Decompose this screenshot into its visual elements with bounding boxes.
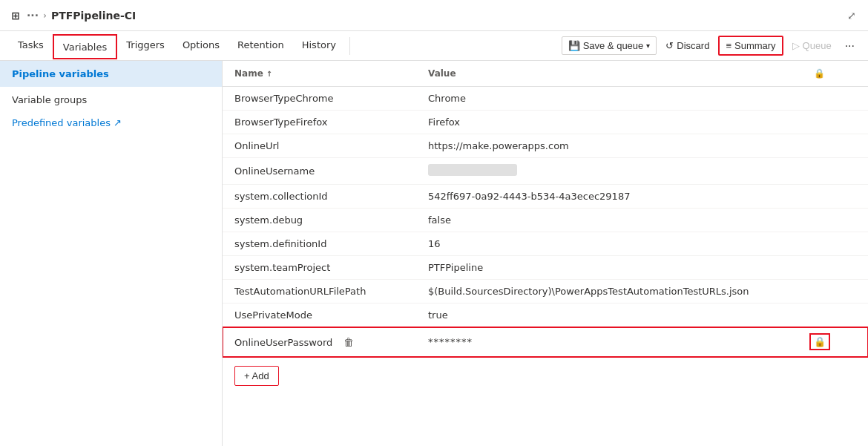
toolbar-right: 💾 Save & queue ▾ ↺ Discard ≡ Summary ▷ Q…	[562, 36, 859, 56]
breadcrumb: ⊞ ··· › PTFPipeline-CI	[9, 9, 136, 22]
table-row: system.definitionId16	[223, 232, 868, 256]
tab-history[interactable]: History	[293, 31, 345, 61]
tab-triggers[interactable]: Triggers	[117, 31, 174, 61]
grid-icon: ⊞	[9, 9, 22, 22]
var-value-cell: 542ff697-0a92-4443-b534-4a3ecec29187	[416, 185, 772, 209]
col-header-value: Value	[416, 61, 772, 87]
var-value-cell[interactable]: ********	[416, 327, 772, 357]
more-options-button[interactable]: ···	[841, 39, 859, 53]
summary-button[interactable]: ≡ Summary	[718, 36, 783, 56]
table-row: OnlineUsername	[223, 158, 868, 185]
var-lock-cell[interactable]: 🔒	[772, 327, 869, 357]
var-value-cell: PTFPipeline	[416, 256, 772, 280]
table-row: system.debugfalse	[223, 209, 868, 232]
discard-button[interactable]: ↺ Discard	[660, 37, 715, 54]
table-row: BrowserTypeFirefoxFirefox	[223, 111, 868, 134]
tab-variables[interactable]: Variables	[53, 34, 117, 59]
expand-icon[interactable]: ⤢	[844, 7, 859, 24]
table-row: UsePrivateModetrue	[223, 304, 868, 327]
variables-table: Name ↑ Value 🔒 BrowserTypeChromeChromeBr…	[223, 61, 868, 357]
tab-tasks[interactable]: Tasks	[9, 31, 53, 61]
table-row: TestAutomationURLFilePath$(Build.Sources…	[223, 280, 868, 304]
var-value-cell: $(Build.SourcesDirectory)\PowerAppsTestA…	[416, 280, 772, 304]
tab-retention[interactable]: Retention	[228, 31, 293, 61]
add-section: + Add	[223, 357, 868, 395]
nav-divider	[349, 37, 350, 55]
var-name-cell: system.teamProject	[223, 256, 416, 280]
pipeline-title: PTFPipeline-CI	[51, 10, 136, 22]
save-icon: 💾	[568, 40, 580, 51]
sidebar-item-pipeline-variables[interactable]: Pipeline variables	[0, 61, 222, 87]
play-icon: ▷	[792, 40, 800, 51]
var-name-cell: system.collectionId	[223, 185, 416, 209]
var-name-cell: OnlineUserPassword 🗑	[223, 327, 416, 357]
save-queue-button[interactable]: 💾 Save & queue ▾	[562, 36, 657, 55]
col-header-lock: 🔒	[772, 61, 869, 87]
var-name-cell: TestAutomationURLFilePath	[223, 280, 416, 304]
delete-icon[interactable]: 🗑	[340, 336, 353, 348]
blurred-value	[428, 164, 517, 176]
var-name-cell: OnlineUrl	[223, 134, 416, 158]
col-header-name: Name ↑	[223, 61, 416, 87]
var-name-cell: BrowserTypeFirefox	[223, 111, 416, 134]
var-value-cell: Chrome	[416, 87, 772, 111]
sort-arrow-icon: ↑	[266, 70, 272, 78]
add-button[interactable]: + Add	[234, 366, 279, 386]
var-name-cell: OnlineUsername	[223, 158, 416, 185]
table-row: OnlineUserPassword 🗑********🔒	[223, 327, 868, 357]
breadcrumb-separator: ›	[43, 10, 47, 21]
var-name-cell: UsePrivateMode	[223, 304, 416, 327]
var-lock-cell[interactable]	[772, 87, 869, 111]
discard-icon: ↺	[665, 40, 674, 51]
var-lock-cell[interactable]	[772, 256, 869, 280]
sidebar-predefined-variables-link[interactable]: Predefined variables ↗	[0, 113, 222, 133]
var-value-cell	[416, 158, 772, 185]
sidebar: Pipeline variables Variable groups Prede…	[0, 61, 223, 446]
var-lock-cell[interactable]	[772, 185, 869, 209]
queue-button[interactable]: ▷ Queue	[786, 37, 838, 54]
var-value-cell: https://make.powerapps.com	[416, 134, 772, 158]
masked-value: ********	[428, 336, 473, 347]
content-area: Name ↑ Value 🔒 BrowserTypeChromeChromeBr…	[223, 61, 868, 446]
var-lock-cell[interactable]	[772, 158, 869, 185]
var-value-cell: Firefox	[416, 111, 772, 134]
var-value-cell: false	[416, 209, 772, 232]
var-lock-cell[interactable]	[772, 134, 869, 158]
var-lock-cell[interactable]	[772, 111, 869, 134]
tab-options[interactable]: Options	[174, 31, 228, 61]
table-row: OnlineUrlhttps://make.powerapps.com	[223, 134, 868, 158]
var-name: OnlineUserPassword	[234, 337, 332, 348]
var-name-cell: system.debug	[223, 209, 416, 232]
breadcrumb-ellipsis[interactable]: ···	[27, 10, 39, 22]
table-row: BrowserTypeChromeChrome	[223, 87, 868, 111]
var-value-cell: 16	[416, 232, 772, 256]
var-name-cell: system.definitionId	[223, 232, 416, 256]
var-name-cell: BrowserTypeChrome	[223, 87, 416, 111]
summary-icon: ≡	[726, 40, 731, 51]
table-row: system.teamProjectPTFPipeline	[223, 256, 868, 280]
var-lock-cell[interactable]	[772, 304, 869, 327]
var-lock-cell[interactable]	[772, 209, 869, 232]
var-value-cell: true	[416, 304, 772, 327]
table-row: system.collectionId542ff697-0a92-4443-b5…	[223, 185, 868, 209]
lock-icon[interactable]: 🔒	[809, 333, 830, 350]
sidebar-item-variable-groups[interactable]: Variable groups	[0, 87, 222, 113]
var-lock-cell[interactable]	[772, 232, 869, 256]
var-lock-cell[interactable]	[772, 280, 869, 304]
chevron-down-icon: ▾	[646, 42, 650, 50]
top-header: ⊞ ··· › PTFPipeline-CI ⤢	[0, 0, 868, 31]
nav-tabs: Tasks Variables Triggers Options Retenti…	[0, 31, 868, 61]
main-layout: Pipeline variables Variable groups Prede…	[0, 61, 868, 446]
